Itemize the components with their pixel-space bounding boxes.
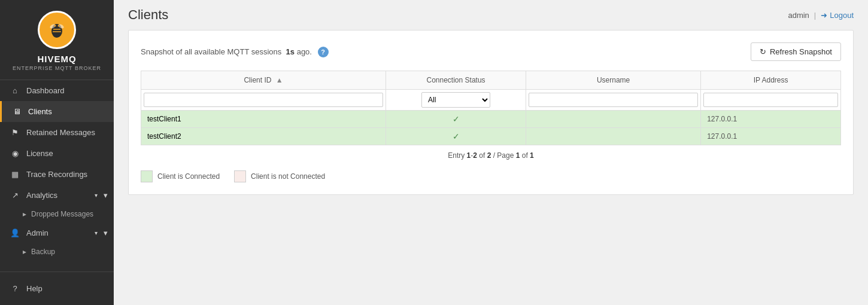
trace-icon: ▦ [10, 170, 20, 179]
legend-connected-label: Client is Connected [157, 172, 220, 181]
main-content: Clients admin | ➜ Logout Snapshot of all… [114, 0, 868, 305]
sidebar-item-help-label: Help [26, 284, 43, 293]
cell-username [526, 128, 700, 145]
sidebar-item-admin-label: Admin [26, 228, 48, 237]
sidebar-sub-backup-label: Backup [31, 248, 55, 256]
refresh-label: Refresh Snapshot [770, 47, 832, 56]
svg-point-6 [54, 25, 56, 27]
sidebar-item-retained-messages-label: Retained Messages [26, 128, 95, 137]
username: admin [788, 11, 809, 20]
sidebar-item-retained-messages[interactable]: ⚑ Retained Messages [0, 122, 114, 143]
snapshot-prefix: Snapshot of all available MQTT sessions [141, 47, 281, 56]
sidebar-item-trace-recordings[interactable]: ▦ Trace Recordings [0, 164, 114, 185]
col-connection-status-label: Connection Status [427, 76, 485, 84]
logo-text: HIVEMQ [37, 54, 76, 64]
arrow-icon: ▸ [23, 210, 26, 218]
home-icon: ⌂ [10, 86, 20, 95]
table-row[interactable]: testClient2✓127.0.0.1 [141, 128, 841, 145]
filter-client-id-cell [141, 90, 386, 111]
sidebar-item-clients[interactable]: 🖥 Clients [0, 101, 114, 122]
sidebar-sub-dropped-messages-label: Dropped Messages [31, 210, 93, 218]
divider: | [814, 11, 816, 20]
sort-arrow-icon: ▲ [276, 76, 283, 84]
filter-ip-cell [701, 90, 841, 111]
sidebar-item-clients-label: Clients [28, 107, 52, 116]
filter-ip-input[interactable] [703, 93, 838, 107]
cell-ip-address: 127.0.0.1 [701, 128, 841, 145]
snapshot-bar: Snapshot of all available MQTT sessions … [141, 42, 841, 61]
analytics-chevron: ▾ [95, 192, 98, 199]
filter-username-cell [526, 90, 700, 111]
entry-total: 2 [487, 151, 491, 160]
arrow-icon-backup: ▸ [23, 248, 26, 256]
user-area: admin | ➜ Logout [788, 11, 854, 20]
sidebar-item-license-label: License [26, 149, 53, 158]
entry-end: 2 [473, 151, 477, 160]
sidebar-item-admin[interactable]: 👤 Admin ▾ [0, 222, 114, 243]
legend-connected: Client is Connected [141, 170, 220, 182]
cell-ip-address: 127.0.0.1 [701, 111, 841, 128]
filter-username-input[interactable] [529, 93, 698, 107]
page-total: 1 [530, 151, 534, 160]
sidebar-item-dashboard[interactable]: ⌂ Dashboard [0, 80, 114, 101]
sidebar-bottom: ? Help [0, 272, 114, 305]
sidebar-sub-dropped-messages[interactable]: ▸ Dropped Messages [0, 206, 114, 222]
refresh-icon: ↻ [760, 47, 766, 56]
snapshot-help-icon[interactable]: ? [318, 47, 329, 57]
snapshot-age: 1s [286, 47, 295, 56]
sidebar-item-license[interactable]: ◉ License [0, 143, 114, 164]
license-icon: ◉ [10, 149, 20, 158]
sidebar-sub-backup[interactable]: ▸ Backup [0, 243, 114, 260]
cell-username [526, 111, 700, 128]
col-username: Username [526, 71, 700, 90]
legend: Client is Connected Client is not Connec… [141, 170, 841, 182]
clients-icon: 🖥 [11, 107, 22, 116]
check-icon: ✓ [453, 114, 460, 124]
refresh-snapshot-button[interactable]: ↻ Refresh Snapshot [751, 42, 841, 61]
bee-svg [45, 19, 68, 41]
cell-connection-status: ✓ [386, 128, 526, 145]
cell-connection-status: ✓ [386, 111, 526, 128]
check-icon: ✓ [453, 132, 460, 141]
clients-table: Client ID ▲ Connection Status Username I… [141, 71, 841, 145]
legend-not-connected: Client is not Connected [234, 170, 325, 182]
sidebar-item-help[interactable]: ? Help [0, 278, 114, 299]
svg-point-7 [58, 25, 60, 27]
help-icon: ? [10, 284, 20, 293]
cell-client-id: testClient2 [141, 128, 386, 145]
filter-client-id-input[interactable] [144, 93, 383, 107]
page-title: Clients [128, 7, 168, 23]
filter-status-select[interactable]: All Connected Not Connected [421, 92, 490, 108]
sidebar-logo: HIVEMQ ENTERPRISE MQTT BROKER [0, 0, 114, 80]
sidebar-item-dashboard-label: Dashboard [26, 86, 65, 95]
snapshot-suffix: ago. [297, 47, 312, 56]
legend-not-connected-label: Client is not Connected [251, 172, 325, 181]
pagination-info: Entry 1-2 of 2 / Page 1 of 1 [141, 151, 841, 160]
col-ip-address: IP Address [701, 71, 841, 90]
logo-sub: ENTERPRISE MQTT BROKER [13, 65, 101, 71]
logout-button[interactable]: ➜ Logout [821, 11, 854, 20]
admin-icon: 👤 [10, 228, 20, 237]
legend-not-connected-box [234, 170, 246, 182]
col-username-label: Username [597, 76, 630, 84]
sidebar-item-trace-recordings-label: Trace Recordings [26, 170, 87, 179]
logo-icon [38, 11, 76, 49]
table-row[interactable]: testClient1✓127.0.0.1 [141, 111, 841, 128]
analytics-icon: ↗ [10, 191, 20, 200]
snapshot-text: Snapshot of all available MQTT sessions … [141, 47, 329, 57]
sidebar: HIVEMQ ENTERPRISE MQTT BROKER ⌂ Dashboar… [0, 0, 114, 305]
col-client-id-label: Client ID [244, 76, 271, 84]
entry-start: 1 [467, 151, 471, 160]
sidebar-item-analytics[interactable]: ↗ Analytics ▾ [0, 185, 114, 206]
filter-status-wrapper: All Connected Not Connected [389, 92, 523, 108]
table-body: testClient1✓127.0.0.1testClient2✓127.0.0… [141, 111, 841, 145]
admin-chevron: ▾ [95, 230, 98, 236]
col-client-id[interactable]: Client ID ▲ [141, 71, 386, 90]
content-panel: Snapshot of all available MQTT sessions … [128, 30, 854, 195]
col-connection-status: Connection Status [386, 71, 526, 90]
top-bar: Clients admin | ➜ Logout [114, 0, 868, 30]
table-header-row: Client ID ▲ Connection Status Username I… [141, 71, 841, 90]
sidebar-item-analytics-label: Analytics [26, 191, 57, 200]
table-filter-row: All Connected Not Connected [141, 90, 841, 111]
col-ip-address-label: IP Address [754, 76, 788, 84]
